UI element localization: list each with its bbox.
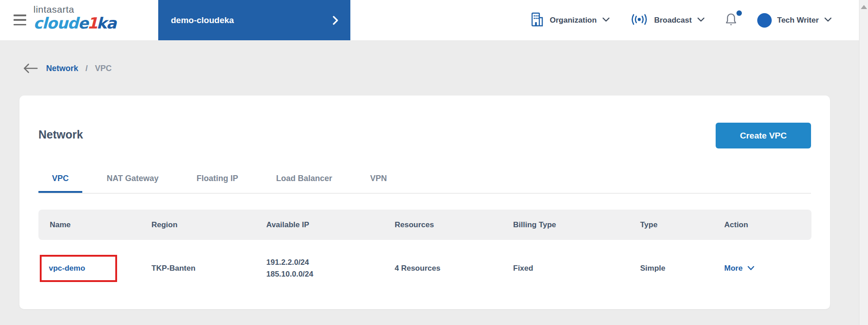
header-actions: Organization Broadcast: [530, 0, 832, 40]
column-header-billing-type: Billing Type: [513, 220, 640, 229]
more-label: More: [724, 264, 743, 273]
cell-billing-type: Fixed: [513, 264, 640, 273]
back-arrow-icon[interactable]: [21, 63, 39, 74]
table-header: Name Region Available IP Resources Billi…: [38, 210, 811, 240]
cell-type: Simple: [640, 264, 724, 273]
logo-lintasarta-text: lintasarta: [33, 5, 116, 14]
create-vpc-button[interactable]: Create VPC: [716, 123, 811, 148]
broadcast-menu[interactable]: Broadcast: [630, 13, 705, 27]
column-header-resources: Resources: [395, 220, 513, 229]
bell-icon: [725, 21, 737, 28]
cell-available-ip: 191.2.2.0/24 185.10.0.0/24: [266, 257, 395, 280]
scrollbar-up-arrow-icon[interactable]: [861, 5, 867, 9]
tab-floating-ip[interactable]: Floating IP: [183, 166, 252, 193]
broadcast-icon: [630, 13, 649, 27]
chevron-down-icon: [747, 265, 755, 272]
cloudeka-logo: lintasarta cloude1ka: [33, 5, 116, 31]
breadcrumb: Network / VPC: [21, 63, 112, 74]
chevron-down-icon: [824, 17, 832, 24]
hamburger-menu-icon[interactable]: [14, 14, 26, 25]
column-header-region: Region: [151, 220, 266, 229]
notification-badge-dot: [736, 10, 742, 16]
broadcast-label: Broadcast: [654, 16, 692, 25]
column-header-action: Action: [724, 220, 811, 229]
cell-region: TKP-Banten: [151, 264, 266, 273]
column-header-name: Name: [50, 220, 151, 229]
table-row: vpc-demo TKP-Banten 191.2.2.0/24 185.10.…: [38, 240, 811, 297]
tab-vpn[interactable]: VPN: [357, 166, 401, 193]
top-header: lintasarta cloude1ka demo-cloudeka Organ…: [0, 0, 868, 40]
tab-vpc[interactable]: VPC: [38, 166, 82, 193]
network-tabs: VPC NAT Gateway Floating IP Load Balance…: [38, 166, 811, 194]
breadcrumb-separator: /: [85, 64, 88, 73]
chevron-down-icon: [697, 17, 705, 24]
breadcrumb-current: VPC: [95, 64, 112, 73]
ip-address-2: 185.10.0.0/24: [266, 268, 395, 280]
organization-menu[interactable]: Organization: [530, 12, 610, 29]
tab-load-balancer[interactable]: Load Balancer: [263, 166, 346, 193]
notifications-button[interactable]: [725, 12, 737, 28]
organization-building-icon: [530, 12, 544, 29]
vpc-name-link[interactable]: vpc-demo: [49, 264, 85, 273]
column-header-available-ip: Available IP: [266, 220, 395, 229]
breadcrumb-network-link[interactable]: Network: [46, 64, 78, 73]
project-name: demo-cloudeka: [171, 15, 234, 25]
network-card: Network Create VPC VPC NAT Gateway Float…: [19, 96, 830, 309]
user-avatar: [757, 13, 772, 28]
logo-cloudeka-text: cloude1ka: [33, 15, 116, 31]
ip-address-1: 191.2.2.0/24: [266, 257, 395, 268]
project-selector-banner[interactable]: demo-cloudeka: [158, 0, 350, 40]
cell-resources: 4 Resources: [395, 264, 513, 273]
chevron-down-icon: [602, 17, 610, 24]
page-title: Network: [38, 128, 83, 141]
chevron-right-icon: [333, 15, 339, 25]
more-actions-button[interactable]: More: [724, 264, 755, 273]
user-menu[interactable]: Tech Writer: [757, 13, 832, 28]
user-name: Tech Writer: [777, 16, 819, 25]
page-scrollbar[interactable]: [859, 0, 868, 325]
column-header-type: Type: [640, 220, 724, 229]
organization-label: Organization: [550, 16, 597, 25]
tab-nat-gateway[interactable]: NAT Gateway: [93, 166, 172, 193]
annotation-highlight-box: vpc-demo: [40, 255, 117, 282]
